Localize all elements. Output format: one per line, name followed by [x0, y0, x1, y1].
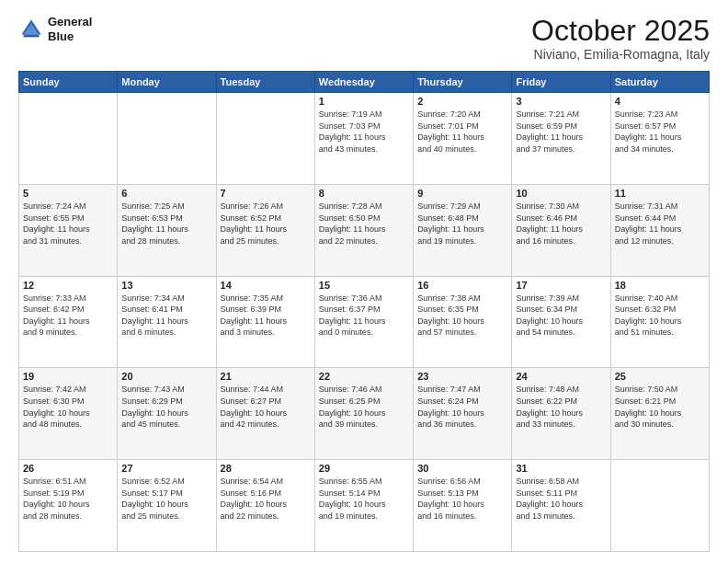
day-number: 15	[319, 280, 409, 291]
calendar-table: Sunday Monday Tuesday Wednesday Thursday…	[18, 71, 710, 552]
day-cell: 9Sunrise: 7:29 AM Sunset: 6:48 PM Daylig…	[414, 184, 512, 276]
week-row-3: 19Sunrise: 7:42 AM Sunset: 6:30 PM Dayli…	[19, 368, 710, 460]
col-thursday: Thursday	[414, 72, 512, 93]
header-row: Sunday Monday Tuesday Wednesday Thursday…	[19, 72, 710, 93]
day-info: Sunrise: 7:44 AM Sunset: 6:27 PM Dayligh…	[221, 384, 311, 430]
day-info: Sunrise: 7:39 AM Sunset: 6:34 PM Dayligh…	[516, 293, 606, 339]
day-cell: 4Sunrise: 7:23 AM Sunset: 6:57 PM Daylig…	[610, 93, 709, 185]
header: General Blue October 2025 Niviano, Emili…	[18, 15, 710, 62]
day-number: 21	[221, 371, 311, 382]
day-cell: 5Sunrise: 7:24 AM Sunset: 6:55 PM Daylig…	[19, 184, 118, 276]
day-cell: 13Sunrise: 7:34 AM Sunset: 6:41 PM Dayli…	[118, 276, 216, 368]
day-number: 20	[121, 371, 211, 382]
col-saturday: Saturday	[610, 72, 709, 93]
svg-rect-2	[24, 34, 40, 37]
day-cell: 30Sunrise: 6:56 AM Sunset: 5:13 PM Dayli…	[414, 460, 512, 552]
day-cell	[19, 93, 118, 185]
day-info: Sunrise: 6:54 AM Sunset: 5:16 PM Dayligh…	[221, 476, 311, 522]
day-cell: 27Sunrise: 6:52 AM Sunset: 5:17 PM Dayli…	[118, 460, 216, 552]
day-cell: 16Sunrise: 7:38 AM Sunset: 6:35 PM Dayli…	[414, 276, 512, 368]
logo: General Blue	[18, 15, 92, 43]
day-number: 4	[615, 96, 705, 107]
day-cell: 24Sunrise: 7:48 AM Sunset: 6:22 PM Dayli…	[512, 368, 610, 460]
day-cell: 12Sunrise: 7:33 AM Sunset: 6:42 PM Dayli…	[19, 276, 118, 368]
day-number: 9	[417, 188, 507, 199]
day-number: 13	[121, 280, 211, 291]
day-info: Sunrise: 7:43 AM Sunset: 6:29 PM Dayligh…	[121, 384, 211, 430]
week-row-0: 1Sunrise: 7:19 AM Sunset: 7:03 PM Daylig…	[19, 93, 710, 185]
day-info: Sunrise: 7:31 AM Sunset: 6:44 PM Dayligh…	[615, 201, 705, 247]
day-info: Sunrise: 7:21 AM Sunset: 6:59 PM Dayligh…	[516, 109, 606, 155]
day-info: Sunrise: 6:52 AM Sunset: 5:17 PM Dayligh…	[121, 476, 211, 522]
calendar-body: 1Sunrise: 7:19 AM Sunset: 7:03 PM Daylig…	[19, 93, 710, 552]
logo-line1: General	[48, 15, 92, 29]
day-number: 8	[319, 188, 409, 199]
day-info: Sunrise: 7:24 AM Sunset: 6:55 PM Dayligh…	[23, 201, 113, 247]
day-cell: 25Sunrise: 7:50 AM Sunset: 6:21 PM Dayli…	[610, 368, 709, 460]
day-number: 19	[23, 371, 113, 382]
day-info: Sunrise: 7:42 AM Sunset: 6:30 PM Dayligh…	[23, 384, 113, 430]
logo-text: General Blue	[48, 15, 92, 43]
day-info: Sunrise: 7:40 AM Sunset: 6:32 PM Dayligh…	[615, 293, 705, 339]
day-cell: 31Sunrise: 6:58 AM Sunset: 5:11 PM Dayli…	[512, 460, 610, 552]
day-number: 18	[615, 280, 705, 291]
day-cell: 23Sunrise: 7:47 AM Sunset: 6:24 PM Dayli…	[414, 368, 512, 460]
day-info: Sunrise: 6:51 AM Sunset: 5:19 PM Dayligh…	[23, 476, 113, 522]
day-info: Sunrise: 7:48 AM Sunset: 6:22 PM Dayligh…	[516, 384, 606, 430]
day-cell: 8Sunrise: 7:28 AM Sunset: 6:50 PM Daylig…	[314, 184, 413, 276]
day-number: 16	[417, 280, 507, 291]
day-cell: 1Sunrise: 7:19 AM Sunset: 7:03 PM Daylig…	[314, 93, 413, 185]
day-info: Sunrise: 7:38 AM Sunset: 6:35 PM Dayligh…	[417, 293, 507, 339]
day-cell: 15Sunrise: 7:36 AM Sunset: 6:37 PM Dayli…	[314, 276, 413, 368]
day-info: Sunrise: 7:28 AM Sunset: 6:50 PM Dayligh…	[319, 201, 409, 247]
day-info: Sunrise: 7:30 AM Sunset: 6:46 PM Dayligh…	[516, 201, 606, 247]
week-row-1: 5Sunrise: 7:24 AM Sunset: 6:55 PM Daylig…	[19, 184, 710, 276]
day-number: 1	[319, 96, 409, 107]
day-info: Sunrise: 7:50 AM Sunset: 6:21 PM Dayligh…	[615, 384, 705, 430]
calendar-header: Sunday Monday Tuesday Wednesday Thursday…	[19, 72, 710, 93]
calendar-subtitle: Niviano, Emilia-Romagna, Italy	[531, 47, 710, 62]
day-cell: 2Sunrise: 7:20 AM Sunset: 7:01 PM Daylig…	[414, 93, 512, 185]
day-number: 2	[417, 96, 507, 107]
calendar-title: October 2025	[531, 15, 710, 47]
day-number: 5	[23, 188, 113, 199]
day-cell: 7Sunrise: 7:26 AM Sunset: 6:52 PM Daylig…	[216, 184, 314, 276]
day-info: Sunrise: 7:36 AM Sunset: 6:37 PM Dayligh…	[319, 293, 409, 339]
day-cell	[216, 93, 314, 185]
day-cell: 28Sunrise: 6:54 AM Sunset: 5:16 PM Dayli…	[216, 460, 314, 552]
day-number: 26	[23, 463, 113, 474]
day-info: Sunrise: 7:19 AM Sunset: 7:03 PM Dayligh…	[319, 109, 409, 155]
day-number: 24	[516, 371, 606, 382]
day-number: 27	[121, 463, 211, 474]
day-info: Sunrise: 7:20 AM Sunset: 7:01 PM Dayligh…	[417, 109, 507, 155]
col-friday: Friday	[512, 72, 610, 93]
day-number: 6	[121, 188, 211, 199]
day-cell: 26Sunrise: 6:51 AM Sunset: 5:19 PM Dayli…	[19, 460, 118, 552]
day-cell: 10Sunrise: 7:30 AM Sunset: 6:46 PM Dayli…	[512, 184, 610, 276]
day-number: 14	[221, 280, 311, 291]
day-cell: 11Sunrise: 7:31 AM Sunset: 6:44 PM Dayli…	[610, 184, 709, 276]
day-info: Sunrise: 7:47 AM Sunset: 6:24 PM Dayligh…	[417, 384, 507, 430]
day-info: Sunrise: 7:46 AM Sunset: 6:25 PM Dayligh…	[319, 384, 409, 430]
col-tuesday: Tuesday	[216, 72, 314, 93]
day-number: 22	[319, 371, 409, 382]
col-sunday: Sunday	[19, 72, 118, 93]
day-cell	[610, 460, 709, 552]
day-info: Sunrise: 7:26 AM Sunset: 6:52 PM Dayligh…	[221, 201, 311, 247]
day-cell: 18Sunrise: 7:40 AM Sunset: 6:32 PM Dayli…	[610, 276, 709, 368]
week-row-2: 12Sunrise: 7:33 AM Sunset: 6:42 PM Dayli…	[19, 276, 710, 368]
day-number: 30	[417, 463, 507, 474]
day-info: Sunrise: 7:34 AM Sunset: 6:41 PM Dayligh…	[121, 293, 211, 339]
day-number: 12	[23, 280, 113, 291]
day-number: 3	[516, 96, 606, 107]
col-monday: Monday	[118, 72, 216, 93]
day-number: 31	[516, 463, 606, 474]
day-cell: 3Sunrise: 7:21 AM Sunset: 6:59 PM Daylig…	[512, 93, 610, 185]
day-cell: 22Sunrise: 7:46 AM Sunset: 6:25 PM Dayli…	[314, 368, 413, 460]
day-info: Sunrise: 7:25 AM Sunset: 6:53 PM Dayligh…	[121, 201, 211, 247]
day-info: Sunrise: 7:35 AM Sunset: 6:39 PM Dayligh…	[221, 293, 311, 339]
day-info: Sunrise: 7:29 AM Sunset: 6:48 PM Dayligh…	[417, 201, 507, 247]
day-info: Sunrise: 6:58 AM Sunset: 5:11 PM Dayligh…	[516, 476, 606, 522]
day-cell: 29Sunrise: 6:55 AM Sunset: 5:14 PM Dayli…	[314, 460, 413, 552]
day-info: Sunrise: 6:55 AM Sunset: 5:14 PM Dayligh…	[319, 476, 409, 522]
